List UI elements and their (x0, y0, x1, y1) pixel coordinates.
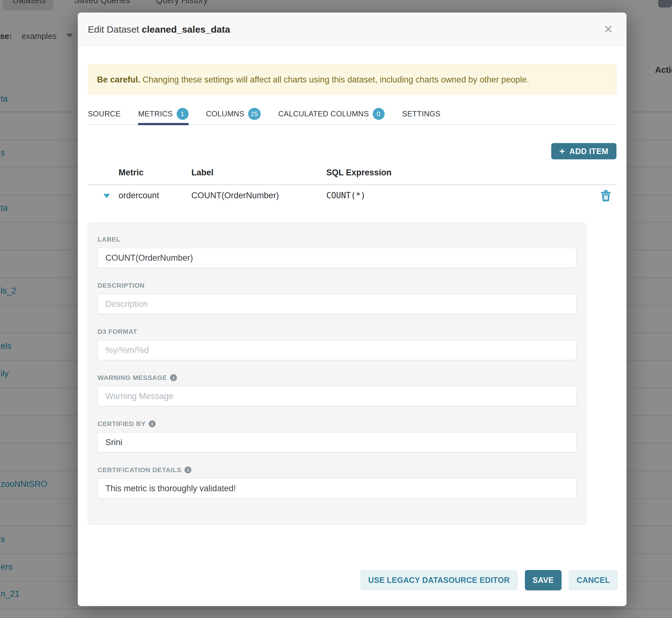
close-icon[interactable]: ✕ (601, 22, 616, 37)
modal-header: Edit Dataset cleaned_sales_data ✕ (78, 13, 627, 46)
tab-source[interactable]: SOURCE (88, 103, 120, 124)
description-field-title: DESCRIPTION (98, 282, 577, 289)
d3-format-field-title-text: D3 FORMAT (98, 328, 137, 335)
save-button[interactable]: SAVE (525, 570, 562, 590)
label-field-title-text: LABEL (98, 235, 120, 243)
certification-details-field-title-text: CERTIFICATION DETAILS (98, 466, 181, 474)
tab-columns[interactable]: COLUMNS 25 (206, 103, 261, 124)
tab-settings[interactable]: SETTINGS (402, 103, 441, 124)
add-item-button[interactable]: + ADD ITEM (551, 143, 616, 160)
modal-tab-bar: SOURCE METRICS 1 COLUMNS 25 CALCULATED C… (88, 104, 616, 125)
columns-count-badge: 25 (248, 108, 261, 120)
modal-footer: USE LEGACY DATASOURCE EDITOR SAVE CANCEL (360, 570, 618, 590)
d3-format-input[interactable] (98, 340, 577, 360)
tab-source-label: SOURCE (88, 109, 120, 118)
trash-icon[interactable] (600, 190, 611, 201)
metric-name-cell: ordercount (119, 191, 159, 200)
modal-title-dataset-name: cleaned_sales_data (142, 24, 230, 34)
description-field-group: DESCRIPTION (98, 282, 577, 314)
metric-label-cell: COUNT(OrderNumber) (191, 191, 279, 200)
collapse-caret-icon[interactable] (104, 194, 110, 198)
warning-message-field-group: WARNING MESSAGE i (98, 374, 577, 406)
column-header-label: Label (191, 168, 214, 178)
metric-detail-panel: LABEL DESCRIPTION D3 FORMAT WARNING MESS… (88, 223, 586, 524)
metric-sql-cell: COUNT(*) (326, 191, 366, 200)
certified-by-field-title: CERTIFIED BY i (98, 420, 577, 428)
screen: Datasets Saved Queries Query History se:… (0, 0, 672, 618)
modal-title-prefix: Edit Dataset (88, 24, 142, 34)
column-header-sql-expression: SQL Expression (326, 168, 392, 178)
tab-calculated-columns-label: CALCULATED COLUMNS (278, 109, 369, 118)
certified-by-field-title-text: CERTIFIED BY (98, 420, 146, 428)
tab-columns-label: COLUMNS (206, 109, 245, 118)
warning-message-field-title-text: WARNING MESSAGE (98, 374, 167, 382)
tab-calculated-columns[interactable]: CALCULATED COLUMNS 0 (278, 103, 385, 124)
certified-by-field-group: CERTIFIED BY i (98, 420, 577, 452)
d3-format-field-group: D3 FORMAT (98, 328, 577, 360)
description-input[interactable] (98, 294, 577, 314)
certified-by-input[interactable] (98, 432, 577, 452)
use-legacy-datasource-editor-button[interactable]: USE LEGACY DATASOURCE EDITOR (360, 570, 518, 590)
label-input[interactable] (98, 248, 577, 268)
label-field-group: LABEL (98, 235, 577, 268)
d3-format-field-title: D3 FORMAT (98, 328, 577, 335)
tab-metrics-label: METRICS (138, 109, 173, 118)
plus-icon: + (559, 146, 565, 156)
warning-message-input[interactable] (98, 386, 577, 406)
warning-banner: Be careful. Changing these settings will… (88, 64, 616, 95)
modal-title: Edit Dataset cleaned_sales_data (88, 13, 230, 46)
calculated-columns-count-badge: 0 (373, 108, 385, 120)
warning-banner-bold: Be careful. (97, 75, 140, 84)
certification-details-field-title: CERTIFICATION DETAILS i (98, 466, 577, 474)
certification-details-input[interactable] (98, 479, 577, 499)
metrics-table-divider (88, 185, 616, 185)
metrics-count-badge: 1 (177, 108, 189, 120)
warning-banner-text: Changing these settings will affect all … (140, 75, 529, 84)
certification-details-field-group: CERTIFICATION DETAILS i (98, 466, 577, 499)
add-item-label: ADD ITEM (569, 147, 608, 156)
description-field-title-text: DESCRIPTION (98, 282, 145, 289)
info-icon: i (149, 420, 156, 427)
tab-metrics[interactable]: METRICS 1 (138, 103, 188, 124)
column-header-metric: Metric (119, 168, 144, 178)
cancel-button[interactable]: CANCEL (568, 570, 618, 590)
warning-message-field-title: WARNING MESSAGE i (98, 374, 577, 382)
info-icon: i (184, 467, 191, 474)
tab-settings-label: SETTINGS (402, 109, 441, 118)
label-field-title: LABEL (98, 235, 577, 243)
info-icon: i (170, 374, 177, 381)
edit-dataset-modal: Edit Dataset cleaned_sales_data ✕ Be car… (78, 13, 627, 606)
